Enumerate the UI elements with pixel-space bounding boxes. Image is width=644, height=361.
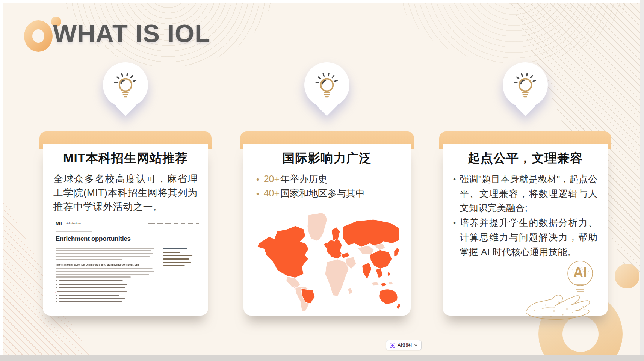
lightbulb-icon — [512, 71, 539, 98]
card-title: MIT本科招生网站推荐 — [53, 150, 198, 167]
ai-lightbulb-hand-illustration: AI — [519, 254, 613, 325]
ai-scan-icon — [390, 343, 395, 348]
highlighted-linguistics-olympiad-link — [55, 290, 156, 293]
slide-canvas: WHAT IS IOL — [3, 3, 640, 355]
lightbulb-pin-icon — [503, 62, 548, 107]
mit-page-heading: Enrichment opportunities — [56, 235, 199, 243]
mit-olympiad-link-list — [56, 280, 156, 302]
card-title: 国际影响力广泛 — [254, 150, 400, 167]
lightbulb-icon — [112, 71, 139, 98]
card-paragraph: 全球众多名校高度认可，麻省理工学院(MIT)本科招生网将其列为推荐中学课外活动之… — [53, 172, 198, 214]
bullet-countries: • 40+ 国家和地区参与其中 — [256, 186, 400, 201]
card-international-influence: 国际影响力广泛 • 20+ 年举办历史 • 40+ 国家和地区参与其中 — [240, 131, 414, 316]
world-participation-map — [254, 207, 400, 317]
orange-donut-decoration — [24, 20, 53, 52]
bullet-text: 国家和地区参与其中 — [280, 186, 365, 201]
mit-website-screenshot: MIT Admissions Enrichment opportunities — [56, 220, 199, 314]
bullet-item: • 强调"题目本身就是教材"，起点公平、文理兼容，将数理逻辑与人文知识完美融合; — [453, 172, 597, 216]
divider — [56, 245, 157, 245]
mit-subheading: International Science Olympiads and qual… — [56, 263, 156, 266]
bullet-years-history: • 20+ 年举办历史 — [256, 172, 400, 186]
lightbulb-icon — [313, 71, 340, 98]
mit-nav-links — [148, 223, 199, 224]
ai-illustration-label: AI — [573, 265, 587, 280]
lightbulb-pin-icon — [304, 62, 349, 107]
mit-paragraph-lines — [56, 268, 156, 278]
ai-image-recognition-button[interactable]: AI识图 — [386, 340, 422, 350]
bullet-text: 年举办历史 — [280, 172, 327, 186]
mit-paragraph-lines — [56, 248, 156, 260]
highlight-number: 40+ — [264, 186, 280, 201]
page-title: WHAT IS IOL — [53, 19, 210, 48]
screenshot-root: WHAT IS IOL — [0, 0, 644, 361]
mit-breadcrumb — [56, 231, 199, 232]
bullet-text: 培养并提升学生的数据分析力、计算思维力与问题解决力，帮助掌握 AI 时代核心通用… — [460, 216, 597, 259]
bullet-text: 强调"题目本身就是教材"，起点公平、文理兼容，将数理逻辑与人文知识完美融合; — [460, 172, 597, 216]
bullet-dot: • — [256, 187, 259, 200]
ai-button-label: AI识图 — [398, 342, 412, 349]
bullet-dot: • — [256, 173, 259, 186]
bullet-dot: • — [453, 172, 456, 216]
mit-logo: MIT — [56, 221, 62, 226]
bullet-item: • 培养并提升学生的数据分析力、计算思维力与问题解决力，帮助掌握 AI 时代核心… — [453, 216, 597, 259]
mit-sidebar — [163, 248, 198, 305]
window-edge — [0, 355, 644, 361]
card-mit-recommendation: MIT本科招生网站推荐 全球众多名校高度认可，麻省理工学院(MIT)本科招生网将… — [39, 131, 212, 316]
highlight-number: 20+ — [264, 172, 280, 186]
mit-admissions-label: Admissions — [66, 222, 82, 225]
chevron-down-icon — [414, 344, 418, 347]
card-fair-start: 起点公平，文理兼容 • 强调"题目本身就是教材"，起点公平、文理兼容，将数理逻辑… — [439, 131, 611, 316]
bullet-dot: • — [453, 216, 456, 259]
lightbulb-pin-icon — [103, 62, 148, 107]
orange-dot-decoration — [615, 264, 639, 288]
card-title: 起点公平，文理兼容 — [453, 150, 597, 167]
window-edge — [640, 0, 644, 361]
